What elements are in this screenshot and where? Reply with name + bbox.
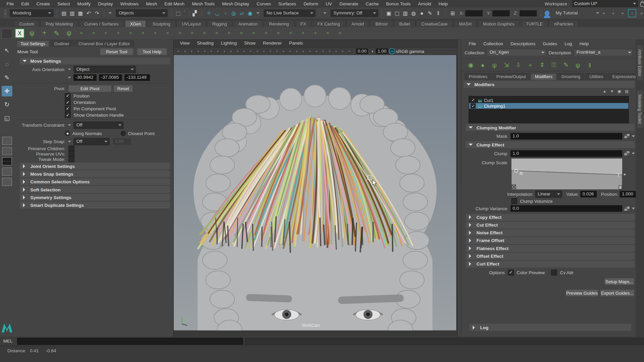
hypershade-icon[interactable]: ●	[418, 9, 426, 17]
menu-item[interactable]: Display	[95, 1, 116, 6]
menu-item[interactable]: Deform	[300, 1, 322, 6]
modeling-toolkit-icon[interactable]: ▫	[600, 9, 608, 17]
shelf-tab[interactable]: Motion Graphics	[478, 20, 520, 27]
xgen-menu-item[interactable]: File	[465, 41, 479, 48]
z-coord-input[interactable]	[520, 10, 537, 16]
step-snap-amount-field[interactable]: 1.00	[113, 138, 131, 145]
clump-field[interactable]: 1.0	[511, 150, 622, 157]
bookmark-icon[interactable]: ▫	[195, 48, 201, 54]
collapsed-section-header[interactable]: Move Snap Settings	[20, 170, 170, 177]
reset-pivot-button[interactable]: Reset	[114, 85, 132, 92]
clumping-modifier-header[interactable]: Clumping Modifier	[466, 124, 635, 131]
option-checkbox[interactable]: ✓	[68, 156, 74, 162]
menu-item[interactable]: Bonus Tools	[383, 1, 414, 6]
modifier-row[interactable]: ✓Cut1	[469, 97, 628, 103]
select-component-icon[interactable]: ▞	[191, 9, 198, 17]
constraint-radio[interactable]	[120, 131, 125, 136]
shelf-tab[interactable]: Bifrost	[370, 20, 393, 27]
ipr-render-icon[interactable]: ▥	[402, 9, 409, 17]
grass-10-icon[interactable]: ▫	[187, 28, 197, 38]
menu-item[interactable]: Arnold	[415, 1, 434, 6]
grass-8-icon[interactable]: ▫	[163, 28, 172, 38]
grass-18-icon[interactable]: ▫	[286, 28, 296, 38]
mask-map-icon[interactable]	[624, 133, 630, 139]
clump-map-icon[interactable]	[624, 150, 630, 156]
grid-icon[interactable]: ▫	[221, 48, 227, 54]
menu-item[interactable]: Curves	[253, 1, 274, 6]
menu-set-selector[interactable]: Modeling	[10, 9, 53, 17]
select-tool-icon[interactable]: ↖	[2, 45, 12, 56]
ramp-expand-icon[interactable]: ▸	[624, 171, 626, 177]
effect-section-header[interactable]: Frame Offset	[466, 237, 635, 244]
xgen-menu-item[interactable]: Help	[576, 41, 592, 48]
clump-scale-ramp[interactable]: R T	[511, 159, 622, 190]
viewport-canvas[interactable]: WorkCam	[174, 55, 456, 330]
shelf-tab[interactable]: FX Caching	[312, 20, 345, 27]
grass-2-icon[interactable]: ▫	[89, 28, 98, 38]
grass-20-icon[interactable]: ▫	[311, 28, 320, 38]
single-pane-layout-icon[interactable]	[2, 137, 12, 145]
clump-variance-field[interactable]: 0.0	[511, 205, 622, 212]
interpolation-select[interactable]: Linear	[535, 190, 562, 198]
move-guide-icon[interactable]: ⇕	[538, 60, 547, 69]
grass-17-icon[interactable]: ▫	[274, 28, 283, 38]
menu-item[interactable]: Mesh Display	[219, 1, 252, 6]
setup-maps-button[interactable]: Setup Maps...	[604, 278, 634, 285]
menu-item[interactable]: Edit	[18, 1, 33, 6]
panel-tab[interactable]: Outliner	[50, 40, 74, 47]
gamma-field[interactable]: 1.00	[376, 48, 388, 54]
command-input[interactable]	[17, 338, 243, 345]
menu-item[interactable]: Mesh	[143, 1, 160, 6]
pause-viewport-icon[interactable]: ‖	[435, 9, 442, 17]
menu-item[interactable]: Edit Mesh	[161, 1, 187, 6]
move-modifier-down-icon[interactable]: ▼	[609, 88, 615, 94]
move-settings-header[interactable]: Move Settings	[20, 57, 170, 64]
gate-mask-icon[interactable]: ▫	[241, 48, 247, 54]
grass-19-icon[interactable]: ▫	[298, 28, 308, 38]
viewport-menu-item[interactable]: Shading	[194, 41, 217, 47]
workspace-selector[interactable]: Custom UI*	[572, 0, 638, 7]
grass-22-icon[interactable]: ▫	[335, 28, 345, 38]
render-view-icon[interactable]: ▣	[385, 9, 393, 17]
menu-item[interactable]: Surfaces	[275, 1, 300, 6]
collapsed-section-header[interactable]: Symmetry Settings	[20, 194, 170, 201]
screen-space-ao-icon[interactable]: ▫	[307, 48, 313, 54]
menu-item[interactable]: Create	[33, 1, 53, 6]
collapsed-section-header[interactable]: Smart Duplicate Settings	[20, 201, 170, 208]
grass-21-icon[interactable]: ▫	[323, 28, 332, 38]
shelf-tab[interactable]: UVLayout	[176, 20, 206, 27]
x-coord-input[interactable]	[466, 10, 483, 16]
mask-map-menu-icon[interactable]	[632, 135, 635, 138]
render-current-frame-icon[interactable]: ▢	[393, 9, 401, 17]
depth-of-field-icon[interactable]: ▫	[326, 48, 332, 54]
xgen-tab[interactable]: Preview/Output	[492, 73, 530, 80]
sculpt-guide-icon[interactable]: ✎	[52, 28, 61, 38]
grass-9-icon[interactable]: ▫	[175, 28, 185, 38]
ramp-value-field[interactable]: 0.026	[581, 191, 597, 197]
image-plane-icon[interactable]: ▫	[202, 48, 208, 54]
lighting-all-icon[interactable]: ▫	[294, 48, 300, 54]
grass-16-icon[interactable]: ▫	[261, 28, 271, 38]
grass-13-icon[interactable]: ▫	[224, 28, 234, 38]
option-checkbox[interactable]: ✓	[68, 151, 74, 157]
dock-tab[interactable]: Modeling Toolkit	[637, 90, 643, 128]
duplicate-modifier-icon[interactable]: ▣	[616, 88, 622, 94]
lock-workspace-icon[interactable]	[640, 2, 644, 6]
variance-map-menu-icon[interactable]	[632, 208, 635, 211]
collapsed-section-header[interactable]: Joint Orient Settings	[20, 163, 170, 170]
lock-guide-length-icon[interactable]: ⚿	[549, 60, 558, 69]
view-transform-label[interactable]: sRGB gamma	[396, 49, 424, 54]
grass-7-icon[interactable]: ▫	[150, 28, 160, 38]
reset-tool-button[interactable]: Reset Tool	[100, 48, 133, 55]
grass-3-icon[interactable]: ▫	[101, 28, 111, 38]
shelf-tab[interactable]: nParticles	[549, 20, 578, 27]
shelf-options-icon[interactable]	[2, 29, 12, 39]
wireframe-icon[interactable]: ▫	[267, 48, 273, 54]
toggle-preview-icon[interactable]: ●	[478, 60, 487, 69]
shelf-tab[interactable]: Rendering	[264, 20, 294, 27]
exposure-field[interactable]: 0.00	[356, 48, 368, 54]
move-tool-icon[interactable]: ✚	[2, 86, 12, 97]
xgen-menu-item[interactable]: Collection	[480, 41, 506, 48]
2d-pan-zoom-icon[interactable]: ▫	[208, 48, 214, 54]
universal-manipulator-icon[interactable]: ⊞	[449, 9, 456, 17]
